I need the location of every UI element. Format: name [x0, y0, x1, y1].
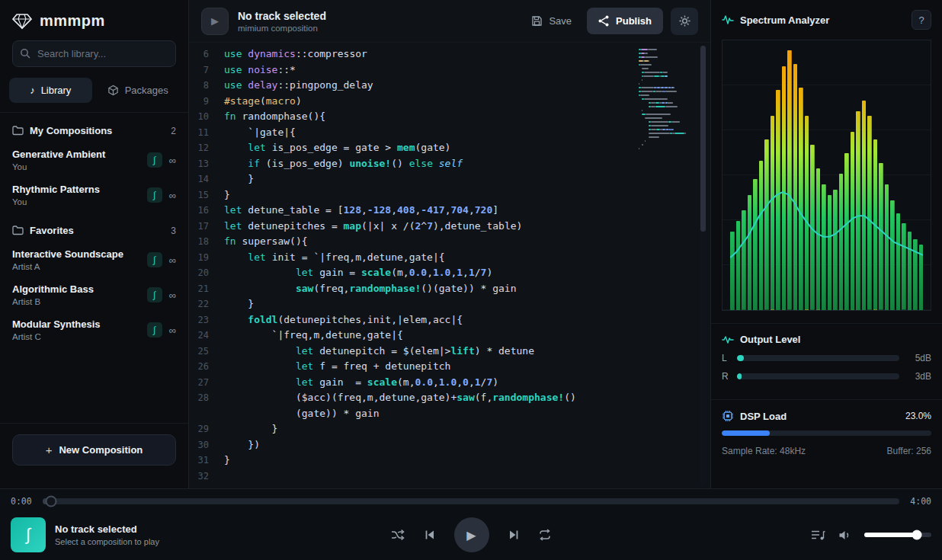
section-title: My Compositions: [30, 125, 165, 136]
now-playing-meta: No track selected Select a composition t…: [55, 523, 159, 546]
code-line: 16let detune_table = [128,-128,408,-417,…: [189, 203, 710, 219]
transport-controls: ▶: [391, 517, 552, 552]
next-track-button[interactable]: [508, 529, 520, 541]
code-line: 14 }: [189, 171, 710, 187]
main-row: mmmpm ♪ Library Packages My Compo: [0, 0, 942, 488]
new-composition-button[interactable]: + New Composition: [12, 434, 176, 466]
composition-type-icon: ∫: [147, 187, 162, 203]
package-icon: [107, 85, 119, 96]
list-item[interactable]: Algorithmic BassArtist B∫∞: [0, 277, 188, 312]
play-button[interactable]: ▶: [454, 517, 489, 552]
item-title: Rhythmic Patterns: [12, 184, 100, 195]
spectrum-title: Spectrum Analyzer: [740, 14, 905, 26]
dsp-load-title: DSP Load: [740, 411, 899, 422]
volume-handle[interactable]: [912, 530, 921, 540]
list-item[interactable]: Modular SynthesisArtist C∫∞: [0, 312, 188, 347]
dsp-load-value: 23.0%: [905, 411, 931, 421]
volume-button[interactable]: [838, 530, 851, 541]
spectrum-header: Spectrum Analyzer ?: [711, 0, 942, 40]
code-line: 23 foldl(detunepitches,init,|elem,acc|{: [189, 312, 710, 328]
speaker-icon: [838, 530, 851, 541]
queue-button[interactable]: [811, 530, 825, 541]
code-line: 13 if (is_pos_edge) unoise!() else self: [189, 156, 710, 172]
gear-icon: [678, 14, 691, 27]
player-bar: 0:00 4:00 ∫ No track selected Select a c…: [0, 488, 942, 560]
output-level-section: Output Level L 5dB R 3dB: [711, 323, 942, 399]
dsp-load-header: DSP Load 23.0%: [722, 410, 931, 422]
code-line: 11 `|gate|{: [189, 125, 710, 141]
dsp-load-section: DSP Load 23.0% Sample Rate: 48kHz Buffer…: [711, 399, 942, 466]
code-editor[interactable]: 6use dynamics::compressor7use noise::*8u…: [189, 43, 710, 488]
player-extras: [552, 530, 932, 541]
section-title: Favorites: [30, 225, 165, 236]
item-subtitle: You: [12, 197, 100, 206]
channel-label: R: [722, 371, 729, 382]
code-line: 17let detunepitches = map(|x| x /(2^7),d…: [189, 219, 710, 235]
logo-gem-icon: [12, 13, 32, 30]
meter-right: R 3dB: [722, 371, 931, 382]
waveform-icon: [722, 14, 734, 25]
scrollbar-thumb[interactable]: [700, 46, 706, 232]
code-line: 22 }: [189, 296, 710, 312]
app-logo: mmmpm: [0, 0, 188, 40]
publish-label: Publish: [616, 15, 652, 27]
editor-scrollbar[interactable]: [700, 44, 706, 487]
volume-fill: [864, 533, 917, 537]
code-line: 15}: [189, 187, 710, 203]
repeat-icon: [538, 529, 552, 541]
play-icon: ▶: [466, 528, 476, 542]
previous-track-button[interactable]: [424, 529, 436, 541]
publish-button[interactable]: Publish: [587, 8, 663, 34]
code-line: 32: [189, 469, 710, 485]
timeline: 0:00 4:00: [0, 489, 942, 510]
seek-slider[interactable]: [43, 498, 899, 504]
seek-handle[interactable]: [46, 496, 57, 507]
tab-packages[interactable]: Packages: [97, 78, 180, 103]
sidebar: mmmpm ♪ Library Packages My Compo: [0, 0, 189, 488]
save-button[interactable]: Save: [524, 9, 579, 33]
time-current: 0:00: [11, 496, 35, 507]
section-favorites[interactable]: Favorites 3: [0, 213, 188, 242]
integral-icon: ∫: [26, 525, 30, 545]
item-title: Algorithmic Bass: [12, 283, 94, 295]
code-line: 24 `|freq,m,detune,gate|{: [189, 328, 710, 344]
settings-button[interactable]: [671, 8, 698, 35]
code-line: 10fn randomphase(){: [189, 109, 710, 125]
search-input[interactable]: [12, 40, 176, 67]
code-line: 21 saw(freq,randomphase!()(gate)) * gain: [189, 281, 710, 297]
help-button[interactable]: ?: [912, 10, 931, 30]
tab-library[interactable]: ♪ Library: [9, 78, 92, 103]
volume-slider[interactable]: [864, 533, 931, 537]
preview-play-button[interactable]: ▶: [201, 8, 229, 35]
channel-label: L: [722, 353, 729, 363]
skip-back-icon: [424, 529, 436, 541]
shuffle-icon: [391, 529, 405, 541]
tab-label: Library: [41, 85, 72, 96]
album-art: ∫: [11, 517, 46, 552]
player-controls: ∫ No track selected Select a composition…: [0, 510, 942, 560]
skip-forward-icon: [508, 529, 520, 541]
app-title: mmmpm: [40, 12, 105, 30]
list-item[interactable]: Rhythmic PatternsYou∫∞: [0, 178, 188, 213]
time-total: 4:00: [907, 496, 931, 507]
section-count: 3: [171, 226, 176, 236]
infinity-icon: ∞: [169, 190, 176, 201]
track-meta: No track selected mimium composition: [238, 10, 326, 33]
meter-fill: [737, 355, 744, 361]
item-title: Interactive Soundscape: [12, 248, 123, 260]
now-playing-subtitle: Select a composition to play: [55, 537, 159, 546]
channel-value: 3dB: [907, 371, 931, 382]
repeat-button[interactable]: [538, 529, 552, 541]
output-level-title: Output Level: [740, 334, 800, 345]
now-playing-title: No track selected: [55, 523, 159, 535]
code-line: 8use delay::pingpong_delay: [189, 78, 710, 94]
sample-rate: Sample Rate: 48kHz: [722, 446, 806, 456]
center-column: ▶ No track selected mimium composition S…: [189, 0, 710, 488]
share-icon: [598, 15, 609, 27]
list-item[interactable]: Generative AmbientYou∫∞: [0, 142, 188, 178]
list-item[interactable]: Interactive SoundscapeArtist A∫∞: [0, 242, 188, 277]
shuffle-button[interactable]: [391, 529, 405, 541]
section-my-compositions[interactable]: My Compositions 2: [0, 113, 188, 142]
code-line: 26 let f = freq + detunepitch: [189, 359, 710, 375]
editor-minimap[interactable]: [639, 49, 694, 155]
